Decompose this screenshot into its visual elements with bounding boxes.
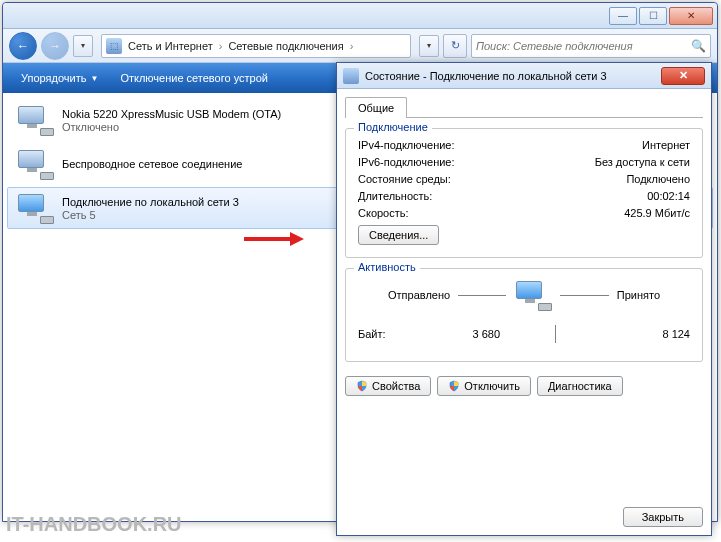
shield-icon bbox=[356, 380, 368, 392]
status-dialog: Состояние - Подключение по локальной сет… bbox=[336, 62, 712, 536]
dialog-close-button[interactable]: ✕ bbox=[661, 67, 705, 85]
activity-fieldset: Активность Отправлено Принято Байт: 3 68… bbox=[345, 268, 703, 362]
disable-device-button[interactable]: Отключение сетевого устрой bbox=[110, 68, 278, 88]
close-dialog-button[interactable]: Закрыть bbox=[623, 507, 703, 527]
connection-fieldset: Подключение IPv4-подключение:Интернет IP… bbox=[345, 128, 703, 258]
connection-name: Подключение по локальной сети 3 bbox=[62, 196, 239, 208]
search-box[interactable]: 🔍 bbox=[471, 34, 711, 58]
dropdown-arrow-icon: ▼ bbox=[90, 74, 98, 83]
activity-line bbox=[560, 295, 608, 296]
dialog-title: Состояние - Подключение по локальной сет… bbox=[365, 70, 655, 82]
details-button[interactable]: Сведения... bbox=[358, 225, 439, 245]
row-label: Состояние среды: bbox=[358, 173, 451, 185]
activity-icon bbox=[514, 279, 552, 311]
received-label: Принято bbox=[617, 289, 660, 301]
sent-label: Отправлено bbox=[388, 289, 450, 301]
fieldset-legend: Активность bbox=[354, 261, 420, 273]
row-label: Скорость: bbox=[358, 207, 409, 219]
connection-status: Отключено bbox=[62, 121, 281, 133]
row-value: 00:02:14 bbox=[647, 190, 690, 202]
row-value: Подключено bbox=[626, 173, 690, 185]
connection-icon bbox=[16, 148, 54, 180]
shield-icon bbox=[448, 380, 460, 392]
connection-icon bbox=[16, 192, 54, 224]
row-label: IPv6-подключение: bbox=[358, 156, 455, 168]
connection-name: Nokia 5220 XpressMusic USB Modem (OTA) bbox=[62, 108, 281, 120]
search-icon: 🔍 bbox=[691, 39, 706, 53]
chevron-right-icon: › bbox=[219, 40, 223, 52]
connection-icon bbox=[16, 104, 54, 136]
titlebar: — ☐ ✕ bbox=[3, 3, 717, 29]
history-dropdown[interactable]: ▾ bbox=[73, 35, 93, 57]
diagnose-button[interactable]: Диагностика bbox=[537, 376, 623, 396]
disable-button[interactable]: Отключить bbox=[437, 376, 531, 396]
organize-menu[interactable]: Упорядочить ▼ bbox=[11, 68, 108, 88]
network-status-icon bbox=[343, 68, 359, 84]
search-input[interactable] bbox=[476, 40, 687, 52]
bytes-sent-value: 3 680 bbox=[420, 328, 500, 340]
back-button[interactable]: ← bbox=[9, 32, 37, 60]
breadcrumb-item[interactable]: Сетевые подключения bbox=[228, 40, 343, 52]
row-label: Длительность: bbox=[358, 190, 432, 202]
bytes-received-value: 8 124 bbox=[610, 328, 690, 340]
dialog-footer: Закрыть bbox=[345, 499, 703, 527]
bytes-label: Байт: bbox=[358, 328, 386, 340]
properties-button[interactable]: Свойства bbox=[345, 376, 431, 396]
breadcrumb-item[interactable]: Сеть и Интернет bbox=[128, 40, 213, 52]
forward-button[interactable]: → bbox=[41, 32, 69, 60]
row-value: Без доступа к сети bbox=[595, 156, 690, 168]
tab-general[interactable]: Общие bbox=[345, 97, 407, 118]
maximize-button[interactable]: ☐ bbox=[639, 7, 667, 25]
address-dropdown[interactable]: ▾ bbox=[419, 35, 439, 57]
button-label: Свойства bbox=[372, 380, 420, 392]
button-label: Отключить bbox=[464, 380, 520, 392]
connection-status: Сеть 5 bbox=[62, 209, 239, 221]
refresh-button[interactable]: ↻ bbox=[443, 34, 467, 58]
fieldset-legend: Подключение bbox=[354, 121, 432, 133]
minimize-button[interactable]: — bbox=[609, 7, 637, 25]
address-bar[interactable]: ⬚ Сеть и Интернет › Сетевые подключения … bbox=[101, 34, 411, 58]
navbar: ← → ▾ ⬚ Сеть и Интернет › Сетевые подклю… bbox=[3, 29, 717, 63]
row-value: 425.9 Мбит/с bbox=[624, 207, 690, 219]
activity-line bbox=[458, 295, 506, 296]
action-buttons: Свойства Отключить Диагностика bbox=[345, 376, 703, 396]
network-icon: ⬚ bbox=[106, 38, 122, 54]
separator bbox=[555, 325, 556, 343]
row-value: Интернет bbox=[642, 139, 690, 151]
organize-label: Упорядочить bbox=[21, 72, 86, 84]
disable-label: Отключение сетевого устрой bbox=[120, 72, 268, 84]
row-label: IPv4-подключение: bbox=[358, 139, 455, 151]
tab-strip: Общие bbox=[345, 97, 703, 118]
annotation-arrow bbox=[244, 232, 304, 246]
watermark: IT-HANDBOOK.RU bbox=[6, 513, 182, 536]
chevron-right-icon: › bbox=[350, 40, 354, 52]
dialog-body: Общие Подключение IPv4-подключение:Интер… bbox=[337, 89, 711, 535]
dialog-titlebar: Состояние - Подключение по локальной сет… bbox=[337, 63, 711, 89]
connection-name: Беспроводное сетевое соединение bbox=[62, 158, 242, 170]
close-button[interactable]: ✕ bbox=[669, 7, 713, 25]
